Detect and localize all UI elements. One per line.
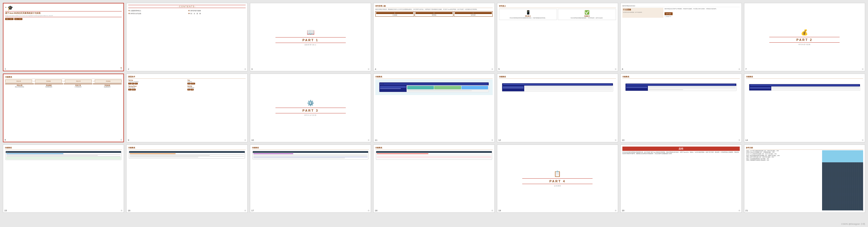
slide-star-15: ☆	[121, 209, 123, 212]
part4-icon: 📋	[554, 170, 561, 177]
slide-number-2: 2	[128, 68, 129, 70]
contents-item-4: 04 | 论 文 思 路	[188, 12, 246, 14]
slide-21[interactable]: 参考文献 [1] 张三. Java EE企业级应用开发[M]. 北京：清华大学出…	[744, 145, 865, 213]
slide-1[interactable]: ❝ 🎓 基于Java EE的社区买菜系统设计与实现 Design and Imp…	[3, 3, 124, 71]
product-1: 买品分类 商品分类管理系统	[5, 84, 34, 87]
slide15-title: 功能教览	[5, 147, 122, 150]
box-c: C 技术支撑	[454, 11, 493, 16]
part3-icon: ⚙️	[307, 100, 314, 107]
author-label-2: 姓名：XXXX	[14, 18, 23, 20]
part1-label: PART 1	[303, 38, 318, 42]
slide-number-17: 17	[251, 209, 254, 212]
slide-10[interactable]: ⚙️ PART 3 研究方法与实现 10 ☆	[250, 74, 371, 142]
slide4-title: 研究背景入题	[375, 5, 492, 8]
box-b: B 需求增长	[415, 11, 453, 16]
slide4-content: 随着互联网的不断发展，网络购物已经成为人们日常生活的重要组成部分。社区买菜平台的…	[375, 9, 492, 10]
slide-number-18: 18	[375, 209, 377, 212]
slide5-title: 研究意义	[499, 5, 616, 8]
slide-5[interactable]: 研究意义 📱 理论意义 对社区买菜系统的研究具有重要的理论价值，为相关领域提供参…	[497, 3, 618, 71]
slide-star-20: ☆	[738, 209, 740, 212]
slide-number-6: 6	[622, 68, 623, 70]
part2-subtitle: 研究内容与思路	[799, 43, 811, 45]
slide-number-13: 13	[622, 139, 624, 141]
slide-20[interactable]: 总结 本文以社区买菜为背景进行系统需求分析，设计并实现了基于Java EE的社区…	[620, 145, 741, 213]
slide-4[interactable]: 研究背景入题 随着互联网的不断发展，网络购物已经成为人们日常生活的重要组成部分。…	[373, 3, 494, 71]
slide-13[interactable]: 功能教览	[620, 74, 741, 142]
slide-7[interactable]: 💰 PART 2 研究内容与思路 7 ☆	[744, 3, 865, 71]
references-list: [1] 张三. Java EE企业级应用开发[M]. 北京：清华大学出版社，20…	[746, 150, 821, 211]
slide16-title: 功能教览	[128, 147, 245, 150]
arrow-2: →	[62, 80, 65, 82]
slide-star-14: ☆	[862, 139, 864, 141]
slide8-products: 买品分类 商品分类管理系统 买品构架 系统整体架构 买品订单 订单流程管理 买品…	[5, 84, 122, 87]
slide-2[interactable]: -CONTENTS- 01 | 选题背景和意义 02 | 研究内容与思路 03 …	[126, 3, 247, 71]
watermark: CSDN @Designer 小光	[841, 222, 865, 226]
slide-star-11: ☆	[491, 139, 493, 141]
screen-mock-14	[749, 84, 860, 91]
slide-number-16: 16	[128, 209, 130, 212]
slide-8[interactable]: 功能教览 买品分类 → 买品构架 → 买品订单 → 买品收益 买品分类 商品分类…	[3, 74, 124, 142]
slide-star-8: ☆	[120, 139, 122, 141]
flow-item-2: 买品构架	[35, 80, 62, 83]
slide-number-10: 10	[251, 139, 254, 141]
part2-label: PART 2	[797, 38, 813, 41]
slide13-screen-area	[622, 79, 739, 95]
product-4: 买品收益 收益数据统计	[93, 84, 122, 87]
slide-star-5: ☆	[615, 68, 617, 70]
part1-icon: 📖	[307, 29, 314, 36]
arrow-1: →	[32, 80, 35, 82]
slide8-title: 功能教览	[5, 76, 122, 79]
industry-label: 行业观瞻	[623, 8, 663, 11]
slide-number-20: 20	[622, 209, 624, 212]
product-2: 买品构架 系统整体架构	[34, 84, 63, 87]
arrow-3: →	[92, 80, 94, 82]
contents-list: 01 | 选题背景和意义 02 | 研究内容与思路 03 | 研究方法与过程 0…	[128, 10, 245, 14]
slide-11[interactable]: 功能教览	[373, 74, 494, 142]
slide6-left: 行业观瞻 社区买菜行业近年来发展迅速，各大平台纷纷布局。	[622, 8, 663, 18]
slide12-screen-area	[499, 79, 616, 95]
slide14-screen-area	[746, 79, 863, 95]
box-a: A 行业发展	[375, 11, 414, 16]
slide-star-13: ☆	[738, 139, 740, 141]
slide-star-6: ☆	[738, 68, 740, 70]
slide-12[interactable]: 功能教览	[497, 74, 618, 142]
slide-number-8: 8	[5, 139, 6, 141]
part3-subtitle: 研究方法与实现	[305, 114, 316, 116]
slide-number-5: 5	[498, 68, 500, 70]
slide-15[interactable]: 功能教览	[3, 145, 124, 213]
flow-item-4: 买品收益	[95, 80, 122, 83]
slide-star-9: ☆	[244, 139, 246, 141]
slide-3[interactable]: 📖 PART 1 选题背景与意义 3 ☆	[250, 3, 371, 71]
slide-17[interactable]: 功能教览	[250, 145, 371, 213]
tech-spring: Spring 企业级Java开发框架 IOC AOP MVC	[128, 79, 187, 84]
slide-16[interactable]: 功能教览	[126, 145, 247, 213]
slide6-right: 国内外精品社区买菜平台不断涌现，市场竞争日趋激烈。本文通过分析行业现状，为系统设…	[664, 8, 739, 18]
slide-19[interactable]: 📋 PART 4 总结展望 19 ☆	[497, 145, 618, 213]
part4-subtitle: 总结展望	[554, 185, 561, 187]
slide-number-4: 4	[375, 68, 376, 70]
screen-mock-12	[502, 83, 613, 91]
slide-18[interactable]: 功能教览	[373, 145, 494, 213]
part3-label: PART 3	[303, 109, 318, 112]
slide-14[interactable]: 功能教览	[744, 74, 865, 142]
tech-mysql: MySQL 关系型数据库 SQL ORM	[187, 85, 246, 90]
slide9-title: 新型技术	[128, 76, 245, 79]
slide-6[interactable]: 国内外精品社区划分 行业观瞻 社区买菜行业近年来发展迅速，各大平台纷纷布局。 国…	[620, 3, 741, 71]
slide11-title: 功能教览	[375, 76, 492, 79]
author-label-1: 班级：XXXX	[5, 18, 13, 20]
slide-star-17: ☆	[368, 209, 370, 212]
building-image	[822, 150, 863, 211]
slide17-title: 功能教览	[252, 147, 369, 150]
slide6-top-title: 国内外精品社区划分	[622, 5, 739, 7]
slide17-content	[252, 150, 369, 166]
significance-practice: ✅ 实践意义 为社区居民提供便捷的购菜服务，节约时间成本，提升生活品质。	[558, 9, 616, 20]
contents-item-1: 01 | 选题背景和意义	[128, 10, 186, 11]
slides-grid: ❝ 🎓 基于Java EE的社区买菜系统设计与实现 Design and Imp…	[3, 3, 865, 213]
product-3: 买品订单 订单流程管理	[64, 84, 92, 87]
slide-number-12: 12	[498, 139, 501, 141]
slide12-title: 功能教览	[499, 76, 616, 79]
slide-number-21: 21	[745, 209, 748, 212]
slide-9[interactable]: 新型技术 Spring 企业级Java开发框架 IOC AOP MVC Vue …	[126, 74, 247, 142]
slide-star-21: ☆	[862, 209, 864, 212]
slide21-content: [1] 张三. Java EE企业级应用开发[M]. 北京：清华大学出版社，20…	[746, 150, 863, 211]
